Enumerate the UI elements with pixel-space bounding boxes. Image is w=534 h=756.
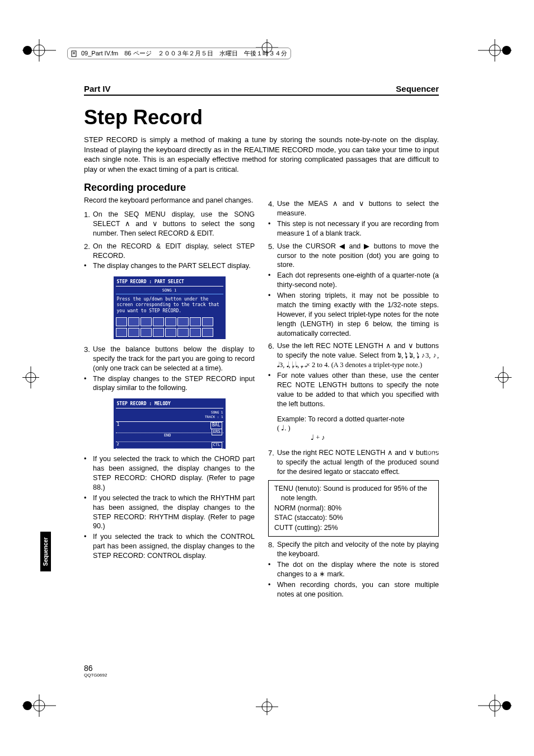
- screenshot-part-select: STEP RECORD : PART SELECT SONG 1 Press t…: [114, 276, 226, 339]
- svg-point-11: [23, 701, 32, 710]
- svg-point-7: [502, 46, 511, 55]
- length-definitions-box: TENU (tenuto): Sound is produced for 95%…: [268, 480, 439, 537]
- page-footer: 86 QQTG0692: [84, 664, 107, 678]
- section-heading: Recording procedure: [84, 182, 439, 194]
- step-6-bullet-text: For note values other than these, use th…: [277, 371, 439, 409]
- document-icon: [71, 50, 78, 57]
- step-8: 8.Specify the pitch and velocity of the …: [268, 540, 439, 559]
- left-bullet-2: •If you selected the track to which the …: [84, 494, 255, 532]
- left-bullet-3-text: If you selected the track to which the C…: [93, 532, 255, 561]
- step-5-text: Use the CURSOR ◀ and ▶ buttons to move t…: [277, 242, 439, 270]
- step-3-text: Use the balance buttons below the displa…: [93, 345, 255, 373]
- screenshot1-title: STEP RECORD : PART SELECT: [116, 279, 223, 287]
- page-title: Step Record: [84, 106, 439, 129]
- step-4-bullet: •This step is not necessary if you are r…: [268, 219, 439, 238]
- screenshot2-title: STEP RECORD : MELODY: [116, 401, 223, 408]
- step-2-text: On the RECORD & EDIT display, select STE…: [93, 242, 255, 261]
- step-8-text: Specify the pitch and velocity of the no…: [277, 540, 439, 559]
- crop-mark-bl: [22, 694, 56, 717]
- step-8-bullet-1-text: The dot on the display where the note is…: [277, 560, 439, 579]
- screenshot-melody: STEP RECORD : MELODY SONG 1TRACK : 1 1 B…: [114, 398, 226, 449]
- step-3-bullet: •The display changes to the STEP RECORD …: [84, 374, 255, 393]
- step-5-bullet-2-text: When storing triplets, it may not be pos…: [277, 291, 439, 338]
- crop-mark-br: [478, 694, 512, 717]
- step-6-bullet: •For note values other than these, use t…: [268, 371, 439, 409]
- left-bullet-1: •If you selected the track to which the …: [84, 454, 255, 492]
- file-header: 09_Part IV.fm 86 ページ ２００３年２月５日 水曜日 午後１時３…: [67, 48, 291, 59]
- step-4-bullet-text: This step is not necessary if you are re…: [277, 219, 439, 238]
- lead-paragraph: Record the keyboard performance and pane…: [84, 196, 255, 205]
- step-3: 3.Use the balance buttons below the disp…: [84, 345, 255, 373]
- example-block: Example: To record a dotted quarter-note…: [277, 415, 439, 443]
- step-5-bullet-1-text: Each dot represents one-eighth of a quar…: [277, 271, 439, 290]
- left-column: Record the keyboard performance and pane…: [84, 196, 255, 599]
- step-3-bullet-text: The display changes to the STEP RECORD i…: [93, 374, 255, 393]
- page-number: 86: [84, 664, 107, 673]
- step-7: 7.Use the right REC NOTE LENGTH ∧ and ∨ …: [268, 448, 439, 477]
- right-column: 4.Use the MEAS ∧ and ∨ buttons to select…: [268, 196, 439, 599]
- step-1-text: On the SEQ MENU display, use the SONG SE…: [93, 210, 255, 238]
- screenshot1-body: Press the up/down button under the scree…: [116, 295, 223, 316]
- step-5-bullet-2: •When storing triplets, it may not be po…: [268, 291, 439, 338]
- file-header-text: 09_Part IV.fm 86 ページ ２００３年２月５日 水曜日 午後１時３…: [81, 49, 287, 58]
- step-8-bullet-1: •The dot on the display where the note i…: [268, 560, 439, 579]
- step-8-bullet-2-text: When recording chords, you can store mul…: [277, 580, 439, 599]
- screenshot1-subtitle: SONG 1: [116, 288, 223, 294]
- step-2-bullet: •The display changes to the PART SELECT …: [84, 261, 255, 271]
- box-line-1: TENU (tenuto): Sound is produced for 95%…: [274, 484, 433, 504]
- intro-paragraph: STEP RECORD is simply a method of making…: [84, 135, 439, 174]
- footer-code: QQTG0692: [84, 673, 107, 678]
- step-7-text: Use the right REC NOTE LENGTH ∧ and ∨ bu…: [277, 448, 439, 477]
- side-tab: Sequencer: [40, 532, 51, 571]
- step-2-bullet-text: The display changes to the PART SELECT d…: [93, 261, 255, 271]
- step-4-text: Use the MEAS ∧ and ∨ buttons to select t…: [277, 199, 439, 218]
- step-5: 5.Use the CURSOR ◀ and ▶ buttons to move…: [268, 242, 439, 270]
- example-label: Example: To record a dotted quarter-note: [277, 415, 439, 424]
- left-bullet-3: •If you selected the track to which the …: [84, 532, 255, 561]
- box-line-4: CUTT (cutting): 25%: [274, 523, 433, 533]
- header-left: Part IV: [84, 84, 111, 93]
- example-sum: ♩ + ♪: [311, 433, 439, 443]
- crop-mark-tr: [478, 39, 512, 62]
- page-header: Part IV Sequencer: [84, 84, 439, 96]
- left-bullet-2-text: If you selected the track to which the R…: [93, 494, 255, 532]
- step-6: 6. Use the left REC NOTE LENGTH ∧ and ∨ …: [268, 341, 439, 370]
- page-content: Part IV Sequencer Step Record STEP RECOR…: [84, 84, 439, 678]
- step-4: 4.Use the MEAS ∧ and ∨ buttons to select…: [268, 199, 439, 218]
- crop-mark-right: [495, 366, 512, 390]
- step-2: 2.On the RECORD & EDIT display, select S…: [84, 242, 255, 261]
- header-right: Sequencer: [396, 84, 439, 93]
- box-line-2: NORM (normal): 80%: [274, 504, 433, 514]
- crop-mark-bottom: [256, 698, 278, 717]
- step-5-bullet-1: •Each dot represents one-eighth of a qua…: [268, 271, 439, 290]
- crop-mark-left: [22, 366, 39, 390]
- svg-point-3: [23, 46, 32, 55]
- crop-mark-tl: [22, 39, 56, 62]
- step-8-bullet-2: •When recording chords, you can store mu…: [268, 580, 439, 599]
- svg-point-15: [502, 701, 511, 710]
- left-bullet-1-text: If you selected the track to which the C…: [93, 454, 255, 492]
- example-paren: ( ♩. ): [277, 424, 439, 433]
- box-line-3: STAC (staccato): 50%: [274, 513, 433, 523]
- step-1: 1.On the SEQ MENU display, use the SONG …: [84, 210, 255, 238]
